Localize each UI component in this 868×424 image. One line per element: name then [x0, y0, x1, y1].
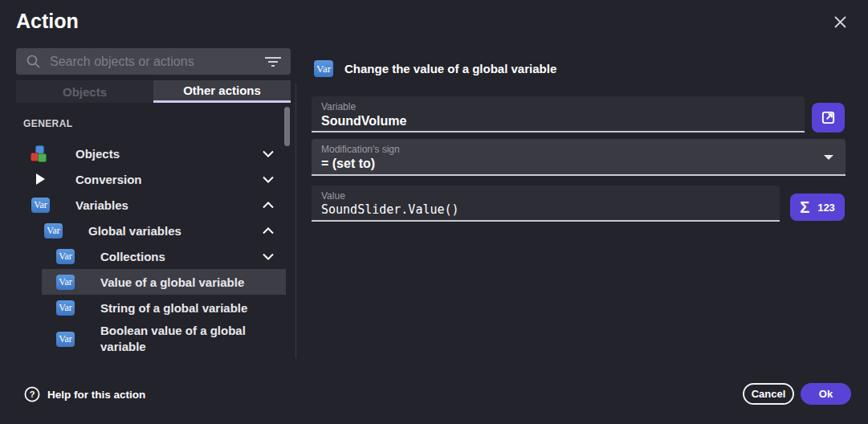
- objects-cubes-icon: [31, 145, 47, 162]
- value-field-label: Value: [321, 190, 770, 202]
- help-question-icon: ?: [24, 386, 40, 402]
- tree-item-label: Global variables: [88, 224, 181, 238]
- numbers-123-label: 123: [817, 202, 835, 214]
- tree-item-objects[interactable]: Objects: [0, 141, 291, 166]
- search-input[interactable]: [48, 54, 259, 70]
- sigma-icon: Σ: [800, 198, 809, 217]
- tree-item-variables[interactable]: Var Variables: [0, 192, 291, 218]
- filter-icon[interactable]: [265, 56, 281, 67]
- cancel-button[interactable]: Cancel: [743, 383, 794, 405]
- value-field-value[interactable]: SoundSlider.Value(): [321, 202, 770, 218]
- close-icon[interactable]: [829, 11, 850, 32]
- tree-item-boolean-of-global-variable[interactable]: Var Boolean value of a global variable: [0, 320, 291, 357]
- tree-item-label: Boolean value of a global variable: [100, 323, 283, 355]
- tree-section-general: GENERAL: [23, 118, 72, 129]
- variable-field-label: Variable: [321, 101, 795, 112]
- svg-text:?: ?: [30, 389, 35, 399]
- tab-other-actions[interactable]: Other actions: [153, 80, 291, 103]
- search-icon: [26, 54, 41, 69]
- chevron-up-icon[interactable]: [263, 223, 274, 238]
- tree-item-global-variables[interactable]: Var Global variables: [0, 218, 291, 243]
- tree-item-label: Conversion: [75, 173, 142, 186]
- search-bar: [16, 48, 291, 75]
- expression-builder-button[interactable]: Σ 123: [790, 194, 845, 221]
- tab-objects[interactable]: Objects: [16, 80, 153, 103]
- panel-divider: [295, 84, 296, 358]
- page-title: Action: [16, 10, 79, 33]
- ok-button[interactable]: Ok: [801, 383, 851, 405]
- modification-sign-label: Modification's sign: [321, 144, 836, 155]
- tree-item-label: Variables: [75, 198, 128, 212]
- var-badge-icon: Var: [56, 249, 75, 264]
- var-badge-icon: Var: [56, 332, 75, 347]
- action-dialog: Action Objects Other actions GENERAL: [0, 0, 868, 424]
- variable-field[interactable]: Variable SoundVolume: [312, 96, 805, 132]
- chevron-down-icon[interactable]: [263, 249, 274, 263]
- triangle-icon: [36, 173, 45, 185]
- open-variable-editor-button[interactable]: [812, 103, 845, 132]
- variable-field-value[interactable]: SoundVolume: [321, 112, 795, 129]
- tree-item-label: Collections: [100, 250, 165, 263]
- select-caret-icon: [824, 155, 833, 160]
- value-field[interactable]: Value SoundSlider.Value(): [312, 186, 780, 222]
- var-badge-icon: Var: [56, 300, 75, 316]
- modification-sign-value: = (set to): [321, 155, 836, 172]
- tab-bar: Objects Other actions: [16, 80, 291, 103]
- chevron-down-icon[interactable]: [263, 172, 274, 186]
- tree-item-value-of-global-variable[interactable]: Var Value of a global variable: [0, 269, 291, 295]
- editor-header: Var Change the value of a global variabl…: [314, 60, 556, 77]
- chevron-up-icon[interactable]: [263, 198, 274, 212]
- open-in-new-icon: [821, 110, 836, 125]
- tree-item-label: String of a global variable: [100, 301, 247, 315]
- help-label: Help for this action: [47, 389, 145, 401]
- tree-item-collections[interactable]: Var Collections: [0, 243, 291, 269]
- var-badge-icon: Var: [44, 223, 63, 238]
- tree-scrollbar-thumb[interactable]: [284, 107, 290, 146]
- var-badge-icon: Var: [314, 60, 333, 77]
- tree-item-label: Value of a global variable: [100, 275, 244, 289]
- help-link[interactable]: ? Help for this action: [24, 386, 145, 402]
- var-badge-icon: Var: [56, 275, 75, 290]
- tree-item-string-of-global-variable[interactable]: Var String of a global variable: [0, 295, 291, 320]
- modification-sign-select[interactable]: Modification's sign = (set to): [312, 139, 846, 176]
- tree-item-label: Objects: [75, 147, 120, 161]
- chevron-down-icon[interactable]: [263, 146, 274, 161]
- tree-item-conversion[interactable]: Conversion: [0, 166, 291, 192]
- editor-title: Change the value of a global variable: [344, 62, 556, 75]
- var-badge-icon: Var: [31, 198, 50, 213]
